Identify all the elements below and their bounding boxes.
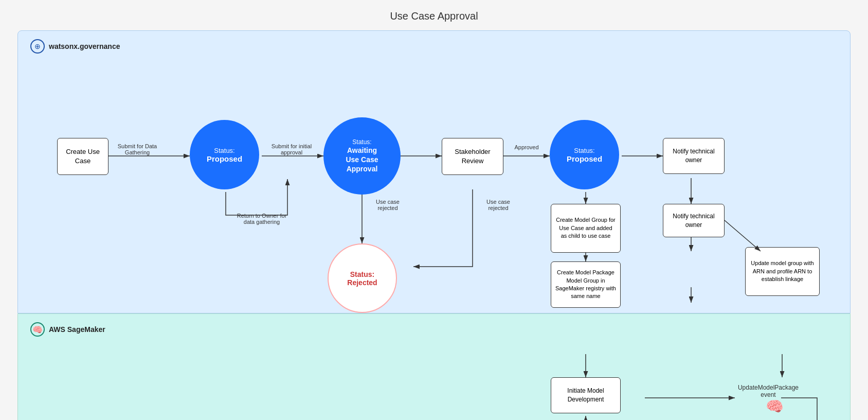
svg-line-13 xyxy=(725,220,761,251)
notify-owner-2-box: Notify technical owner xyxy=(663,204,725,237)
label-rejected-1: Use case rejected xyxy=(367,199,408,211)
update-model-group-box: Update model group with ARN and profile … xyxy=(745,247,820,296)
governance-icon: ⊕ xyxy=(30,39,45,54)
aws-flow: Initiate Model Development UpdateModelPa… xyxy=(30,349,838,420)
aws-label: AWS SageMaker xyxy=(49,325,105,334)
create-model-group-box: Create Model Group for Use Case and adde… xyxy=(551,204,621,253)
label-submit-data: Submit for Data Gathering xyxy=(114,143,160,155)
diagram-container: ⊕ watsonx.governance xyxy=(17,30,851,420)
status-proposed-1: Status: Proposed xyxy=(190,120,259,189)
governance-label: watsonx.governance xyxy=(49,42,120,50)
governance-section: ⊕ watsonx.governance xyxy=(17,30,851,313)
status-rejected: Status:Rejected xyxy=(328,243,397,313)
aws-section: 🧠 AWS SageMaker Init xyxy=(17,313,851,420)
label-rejected-2: Use case rejected xyxy=(478,199,519,211)
status-proposed-2: Status: Proposed xyxy=(550,120,619,189)
create-model-package-box: Create Model Package Model Group in Sage… xyxy=(551,261,621,308)
governance-header: ⊕ watsonx.governance xyxy=(30,39,838,54)
initiate-model-dev-box: Initiate Model Development xyxy=(551,377,621,413)
label-approved: Approved xyxy=(509,144,545,150)
page-title: Use Case Approval xyxy=(390,10,478,22)
notify-owner-1-box: Notify technical owner xyxy=(663,138,725,174)
arrows-svg xyxy=(30,66,838,303)
arrows-svg-2 xyxy=(30,66,838,303)
update-model-package-label: UpdateModelPackage event xyxy=(735,384,802,398)
aws-icon: 🧠 xyxy=(30,322,45,337)
label-submit-initial: Submit for initial approval xyxy=(266,143,317,155)
create-use-case-box: Create Use Case xyxy=(57,138,109,175)
sagemaker-icon: 🧠 xyxy=(766,398,784,415)
aws-arrows xyxy=(30,349,838,420)
aws-header: 🧠 AWS SageMaker xyxy=(30,322,838,337)
status-awaiting: Status: AwaitingUse CaseApproval xyxy=(323,117,401,195)
governance-flow: Create Use Case Submit for Data Gatherin… xyxy=(30,66,838,303)
stakeholder-review-box: Stakeholder Review xyxy=(442,138,503,175)
label-return-owner: Return to Owner for data gathering xyxy=(233,213,290,225)
